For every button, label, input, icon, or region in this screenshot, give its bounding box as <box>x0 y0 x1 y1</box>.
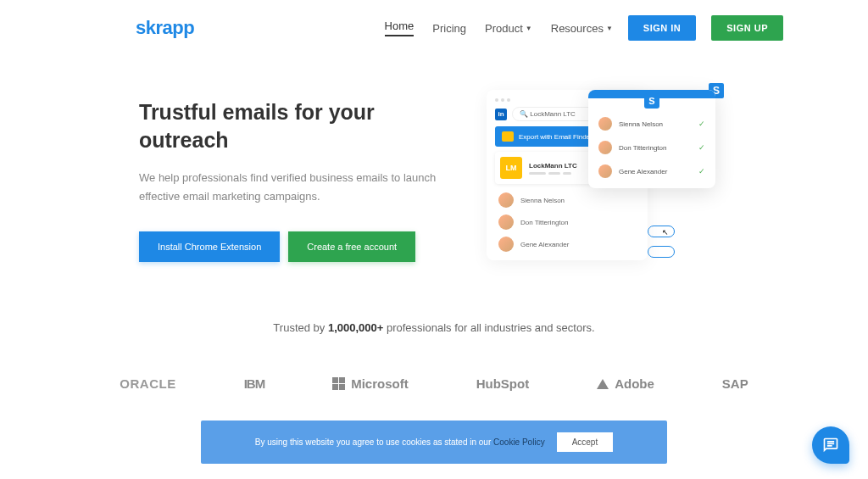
folder-icon <box>502 131 514 142</box>
check-icon: ✓ <box>698 120 705 128</box>
popup-list: Sienna Nelson✓ Don Titterington✓ Gene Al… <box>588 98 715 188</box>
check-icon: ✓ <box>698 167 705 175</box>
brand-logos: ORACLE IBM Microsoft HubSpot Adobe SAP <box>0 351 868 416</box>
company-avatar: LM <box>500 157 522 179</box>
trusted-section: Trusted by 1,000,000+ professionals for … <box>0 287 868 351</box>
avatar-icon <box>598 117 612 131</box>
chevron-down-icon: ▼ <box>606 25 613 32</box>
cursor-icon: ↖ <box>662 228 669 237</box>
mockup-person: Don Titterington <box>498 214 639 230</box>
popup-name: Don Titterington <box>619 144 692 152</box>
navbar: skrapp Home Pricing Product▼ Resources▼ … <box>0 0 868 56</box>
cookie-policy-link[interactable]: Cookie Policy <box>493 437 545 447</box>
oracle-logo: ORACLE <box>120 376 175 391</box>
hero-section: Trustful emails for your outreach We hel… <box>0 56 868 287</box>
trusted-text: Trusted by 1,000,000+ professionals for … <box>0 321 868 334</box>
avatar-icon <box>598 164 612 178</box>
mockup-person: Gene Alexander <box>498 237 639 252</box>
nav-resources-label: Resources <box>551 22 604 35</box>
cookie-banner: By using this website you agree to use c… <box>201 421 667 464</box>
nav-pricing[interactable]: Pricing <box>432 22 466 35</box>
avatar-icon <box>498 214 514 230</box>
hero-title: Trustful emails for your outreach <box>139 98 444 153</box>
hero-illustration: in 🔍 LockMann LTC Export with Email Find… <box>478 98 783 262</box>
nav-home[interactable]: Home <box>385 19 415 36</box>
sap-logo: SAP <box>722 376 748 391</box>
hero-ctas: Install Chrome Extension Create a free a… <box>139 231 444 262</box>
cookie-accept-button[interactable]: Accept <box>557 432 614 452</box>
person-name: Sienna Nelson <box>520 197 565 204</box>
chat-widget-button[interactable] <box>812 426 849 464</box>
nav-product[interactable]: Product▼ <box>485 22 532 35</box>
microsoft-icon <box>332 377 345 390</box>
popup-row: Gene Alexander✓ <box>598 164 705 178</box>
nav-resources[interactable]: Resources▼ <box>551 22 613 35</box>
adobe-icon <box>597 379 609 389</box>
person-name: Don Titterington <box>520 219 568 226</box>
nav-links: Home Pricing Product▼ Resources▼ <box>385 19 613 36</box>
avatar-icon <box>498 237 514 252</box>
create-account-button[interactable]: Create a free account <box>288 231 415 262</box>
check-icon: ✓ <box>698 143 705 152</box>
popup-row: Don Titterington✓ <box>598 141 705 154</box>
popup-name: Sienna Nelson <box>619 120 692 128</box>
adobe-logo: Adobe <box>597 376 654 391</box>
signin-button[interactable]: SIGN IN <box>628 15 696 41</box>
cookie-text: By using this website you agree to use c… <box>255 437 545 447</box>
toggle-icon: ↖ <box>648 226 675 237</box>
hero-left: Trustful emails for your outreach We hel… <box>139 98 444 262</box>
install-extension-button[interactable]: Install Chrome Extension <box>139 231 280 262</box>
avatar-icon <box>498 192 514 208</box>
person-name: Gene Alexander <box>520 241 569 248</box>
hubspot-logo: HubSpot <box>476 376 529 391</box>
mockup-people-list: Sienna Nelson Don Titterington Gene Alex… <box>495 192 639 252</box>
microsoft-logo: Microsoft <box>332 376 409 391</box>
mockup-toggles: ↖ <box>648 226 675 258</box>
popup-row: Sienna Nelson✓ <box>598 117 705 131</box>
linkedin-icon: in <box>495 109 507 120</box>
nav-right: Home Pricing Product▼ Resources▼ SIGN IN… <box>385 15 783 41</box>
mockup-popup: S S Sienna Nelson✓ Don Titterington✓ Gen… <box>588 90 715 188</box>
popup-name: Gene Alexander <box>619 168 692 175</box>
chat-icon <box>822 437 839 454</box>
ibm-logo: IBM <box>244 376 265 391</box>
hero-subtitle: We help professionals find verified busi… <box>139 169 444 206</box>
signup-button[interactable]: SIGN UP <box>711 15 783 41</box>
avatar-icon <box>598 141 612 154</box>
toggle-icon <box>648 246 675 258</box>
skrapp-logo-icon: S <box>644 93 659 109</box>
logo[interactable]: skrapp <box>136 17 194 39</box>
mockup-person: Sienna Nelson <box>498 192 639 208</box>
chevron-down-icon: ▼ <box>526 25 532 32</box>
popup-topbar: S <box>588 90 715 98</box>
nav-product-label: Product <box>485 22 523 35</box>
mockup-export-label: Export with Email Finder <box>519 133 593 141</box>
